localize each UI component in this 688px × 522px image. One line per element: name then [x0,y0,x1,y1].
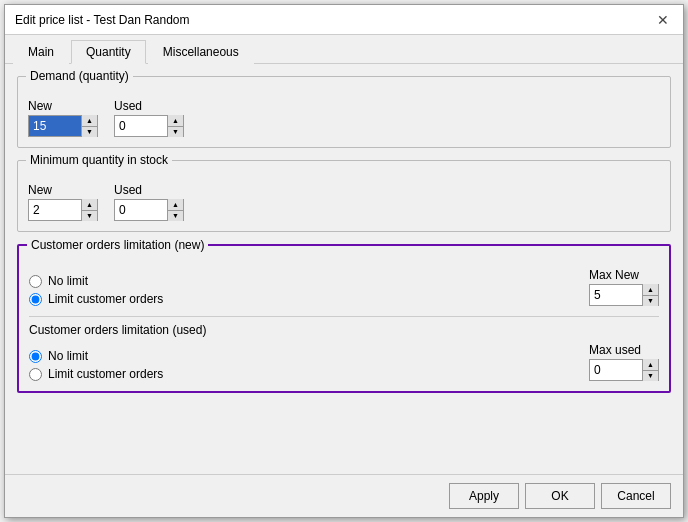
tab-bar: Main Quantity Miscellaneous [5,35,683,64]
demand-quantity-group: Demand (quantity) New 15 ▲ ▼ Used 0 [17,76,671,148]
customer-orders-highlighted-group: Customer orders limitation (new) No limi… [17,244,671,393]
min-quantity-title: Minimum quantity in stock [26,153,172,167]
demand-used-spinner-buttons: ▲ ▼ [167,115,183,137]
customer-new-max-spinner[interactable]: 5 ▲ ▼ [589,284,659,306]
customer-used-radio-limit-row: Limit customer orders [29,367,163,381]
demand-used-field: Used 0 ▲ ▼ [114,99,184,137]
demand-new-down[interactable]: ▼ [81,127,97,138]
customer-used-title: Customer orders limitation (used) [29,323,659,337]
demand-used-label: Used [114,99,184,113]
ok-button[interactable]: OK [525,483,595,509]
demand-used-spinner[interactable]: 0 ▲ ▼ [114,115,184,137]
customer-new-max-label: Max New [589,268,639,282]
min-used-field: Used 0 ▲ ▼ [114,183,184,221]
demand-new-input[interactable]: 15 [29,116,81,136]
min-used-down[interactable]: ▼ [167,211,183,222]
min-new-down[interactable]: ▼ [81,211,97,222]
customer-used-nolimit-radio[interactable] [29,350,42,363]
customer-used-max-spinner-buttons: ▲ ▼ [642,359,658,381]
min-new-label: New [28,183,98,197]
customer-new-nolimit-label[interactable]: No limit [48,274,88,288]
customer-used-max-down[interactable]: ▼ [642,371,658,382]
min-used-spinner-buttons: ▲ ▼ [167,199,183,221]
customer-new-max-up[interactable]: ▲ [642,284,658,296]
customer-new-radio-limit-row: Limit customer orders [29,292,163,306]
title-bar: Edit price list - Test Dan Random ✕ [5,5,683,35]
customer-used-nolimit-label[interactable]: No limit [48,349,88,363]
customer-new-max-field: Max New 5 ▲ ▼ [589,268,659,306]
min-new-up[interactable]: ▲ [81,199,97,211]
min-new-spinner-buttons: ▲ ▼ [81,199,97,221]
min-new-spinner[interactable]: 2 ▲ ▼ [28,199,98,221]
tab-main[interactable]: Main [13,40,69,64]
customer-used-max-spinner[interactable]: 0 ▲ ▼ [589,359,659,381]
customer-new-radio-group: No limit Limit customer orders [29,274,163,306]
min-new-field: New 2 ▲ ▼ [28,183,98,221]
customer-used-max-label: Max used [589,343,641,357]
demand-used-down[interactable]: ▼ [167,127,183,138]
customer-new-title: Customer orders limitation (new) [27,238,208,252]
demand-new-spinner[interactable]: 15 ▲ ▼ [28,115,98,137]
tab-miscellaneous[interactable]: Miscellaneous [148,40,254,64]
customer-new-max-down[interactable]: ▼ [642,296,658,307]
customer-used-radio-nolimit-row: No limit [29,349,163,363]
apply-button[interactable]: Apply [449,483,519,509]
dialog: Edit price list - Test Dan Random ✕ Main… [4,4,684,518]
min-used-up[interactable]: ▲ [167,199,183,211]
min-quantity-group: Minimum quantity in stock New 2 ▲ ▼ Used [17,160,671,232]
demand-quantity-title: Demand (quantity) [26,69,133,83]
min-used-input[interactable]: 0 [115,200,167,220]
footer: Apply OK Cancel [5,474,683,517]
customer-new-nolimit-radio[interactable] [29,275,42,288]
customer-new-max-input[interactable]: 5 [590,285,642,305]
tab-quantity[interactable]: Quantity [71,40,146,64]
cancel-button[interactable]: Cancel [601,483,671,509]
close-button[interactable]: ✕ [653,10,673,30]
customer-used-radio-group: No limit Limit customer orders [29,349,163,381]
customer-new-limit-label[interactable]: Limit customer orders [48,292,163,306]
customer-new-max-spinner-buttons: ▲ ▼ [642,284,658,306]
demand-new-spinner-buttons: ▲ ▼ [81,115,97,137]
customer-used-limit-label[interactable]: Limit customer orders [48,367,163,381]
customer-new-radio-nolimit-row: No limit [29,274,163,288]
dialog-title: Edit price list - Test Dan Random [15,13,190,27]
demand-new-up[interactable]: ▲ [81,115,97,127]
customer-used-max-input[interactable]: 0 [590,360,642,380]
tab-content: Demand (quantity) New 15 ▲ ▼ Used 0 [5,64,683,474]
customer-new-limit-radio[interactable] [29,293,42,306]
min-new-input[interactable]: 2 [29,200,81,220]
demand-used-input[interactable]: 0 [115,116,167,136]
customer-used-max-up[interactable]: ▲ [642,359,658,371]
min-used-spinner[interactable]: 0 ▲ ▼ [114,199,184,221]
customer-used-max-field: Max used 0 ▲ ▼ [589,343,659,381]
min-used-label: Used [114,183,184,197]
demand-new-label: New [28,99,98,113]
demand-new-field: New 15 ▲ ▼ [28,99,98,137]
customer-used-limit-radio[interactable] [29,368,42,381]
demand-used-up[interactable]: ▲ [167,115,183,127]
